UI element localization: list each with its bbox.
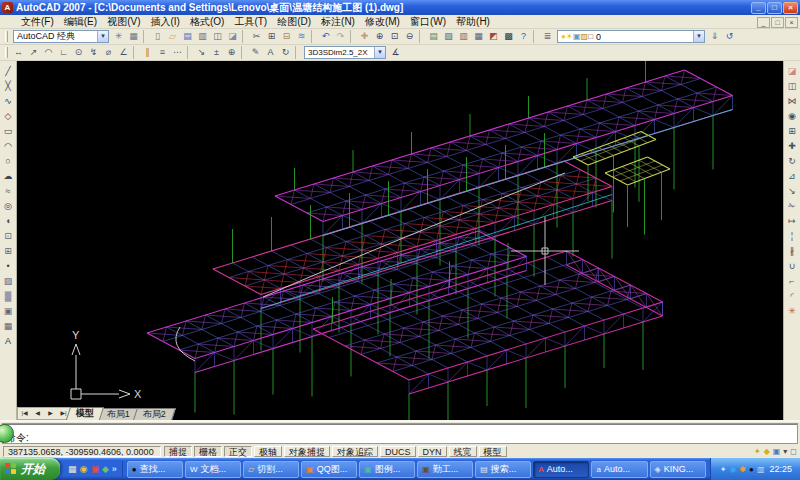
- tray-arrow-icon[interactable]: ▾: [783, 446, 787, 457]
- plot-icon[interactable]: ▥: [195, 30, 210, 44]
- ordinate-icon[interactable]: ∟: [56, 46, 71, 60]
- menu-view[interactable]: 视图(V): [102, 15, 145, 28]
- open-icon[interactable]: ▱: [165, 30, 180, 44]
- model-space-canvas[interactable]: YX |◀◀▶▶| 模型布局1布局2: [17, 61, 783, 420]
- paste-icon[interactable]: ⊟: [279, 30, 294, 44]
- tab-next-button[interactable]: ▶: [44, 408, 57, 419]
- polygon-icon[interactable]: ◇: [1, 109, 16, 124]
- mtext-icon[interactable]: A: [1, 334, 16, 349]
- chevron-down-icon[interactable]: ▼: [693, 31, 704, 42]
- circle-icon[interactable]: ○: [1, 154, 16, 169]
- offset-icon[interactable]: ◉: [785, 109, 800, 124]
- task-kingsoft[interactable]: ◈ KING...: [650, 461, 706, 478]
- polyline-icon[interactable]: ∿: [1, 94, 16, 109]
- scale-icon[interactable]: ⊿: [785, 169, 800, 184]
- chevron-down-icon[interactable]: ▼: [374, 47, 385, 58]
- center-mark-icon[interactable]: ⊕: [224, 46, 239, 60]
- fillet-icon[interactable]: ◜: [785, 289, 800, 304]
- close-button[interactable]: ×: [783, 2, 798, 14]
- tab-layout2[interactable]: 布局2: [133, 408, 176, 420]
- doc-close-button[interactable]: ×: [785, 17, 798, 28]
- extend-icon[interactable]: ↦: [785, 214, 800, 229]
- workspace-combo[interactable]: AutoCAD 经典 ▼: [13, 30, 109, 43]
- move-icon[interactable]: ✚: [785, 139, 800, 154]
- toggle-ducs[interactable]: DUCS: [380, 446, 416, 457]
- task-qingong[interactable]: ▣ 勤工...: [417, 461, 473, 478]
- tab-prev-button[interactable]: ◀: [31, 408, 44, 419]
- radius-icon[interactable]: ⊙: [71, 46, 86, 60]
- dimension-text-edit-icon[interactable]: A: [263, 46, 278, 60]
- rectangle-icon[interactable]: ▭: [1, 124, 16, 139]
- table-icon[interactable]: ▦: [1, 319, 16, 334]
- quick-launch-icon-2[interactable]: ▣: [90, 462, 99, 476]
- copy-icon[interactable]: ⊞: [264, 30, 279, 44]
- menu-dimension[interactable]: 标注(N): [316, 15, 360, 28]
- line-icon[interactable]: ╱: [1, 64, 16, 79]
- menu-window[interactable]: 窗口(W): [405, 15, 451, 28]
- match-properties-icon[interactable]: ≋: [294, 30, 309, 44]
- quick-launch-icon-3[interactable]: ◆: [102, 462, 109, 476]
- layer-previous-icon[interactable]: ↺: [722, 30, 737, 44]
- cut-icon[interactable]: ✂: [249, 30, 264, 44]
- break-point-icon[interactable]: ¦: [785, 229, 800, 244]
- insert-block-icon[interactable]: ⊡: [1, 229, 16, 244]
- quick-chevron-icon[interactable]: »: [112, 462, 117, 476]
- show-desktop-icon[interactable]: ▦: [68, 462, 77, 476]
- tray-rising-icon[interactable]: ✱: [739, 465, 746, 474]
- qnew-icon[interactable]: ▯: [150, 30, 165, 44]
- revcloud-icon[interactable]: ☁: [1, 169, 16, 184]
- pan-icon[interactable]: ✚: [357, 30, 372, 44]
- toggle-lwt[interactable]: 线宽: [449, 446, 477, 457]
- task-qq-image[interactable]: ▣ QQ图...: [301, 461, 357, 478]
- spline-icon[interactable]: ≈: [1, 184, 16, 199]
- menu-tools[interactable]: 工具(T): [229, 15, 272, 28]
- menu-draw[interactable]: 绘图(D): [272, 15, 316, 28]
- continue-icon[interactable]: ⋯: [170, 46, 185, 60]
- tray-input-icon[interactable]: ▥: [757, 465, 765, 474]
- toggle-polar[interactable]: 极轴: [254, 446, 282, 457]
- layer-manager-icon[interactable]: ≣: [540, 30, 555, 44]
- dimension-update-icon[interactable]: ↻: [278, 46, 293, 60]
- workspace-settings-icon[interactable]: ✳: [111, 30, 126, 44]
- toggle-snap[interactable]: 捕捉: [164, 446, 192, 457]
- dimstyle-combo[interactable]: 3D3SDim2.5_2X ▼: [304, 46, 386, 59]
- menu-file[interactable]: 文件(F): [16, 15, 59, 28]
- erase-icon[interactable]: ◪: [785, 64, 800, 79]
- tray-qq-icon[interactable]: ●: [749, 465, 754, 474]
- doc-minimize-button[interactable]: _: [757, 17, 770, 28]
- drawing-viewport[interactable]: YX: [17, 61, 783, 420]
- diameter-icon[interactable]: ⌀: [101, 46, 116, 60]
- gradient-icon[interactable]: ▓: [1, 289, 16, 304]
- join-icon[interactable]: ∪: [785, 259, 800, 274]
- tab-model[interactable]: 模型: [66, 407, 104, 420]
- doc-restore-button[interactable]: □: [771, 17, 784, 28]
- quick-launch-icon-1[interactable]: ◉: [80, 462, 88, 476]
- aligned-dimension-icon[interactable]: ↗: [26, 46, 41, 60]
- arc-length-icon[interactable]: ◠: [41, 46, 56, 60]
- task-qq-find[interactable]: ● 查找...: [127, 461, 183, 478]
- restore-button[interactable]: □: [767, 2, 782, 14]
- start-button[interactable]: 开始: [0, 458, 60, 480]
- quickcalc-icon[interactable]: ▩: [501, 30, 516, 44]
- ellipse-icon[interactable]: ◎: [1, 199, 16, 214]
- workspace-save-icon[interactable]: ▦: [126, 30, 141, 44]
- zoom-window-icon[interactable]: ⊡: [387, 30, 402, 44]
- rotate-icon[interactable]: ↻: [785, 154, 800, 169]
- help-icon[interactable]: ?: [516, 30, 531, 44]
- task-folder-cut[interactable]: ▱ 切割...: [243, 461, 299, 478]
- toolbar-grip[interactable]: [5, 31, 8, 42]
- tray-volume-icon[interactable]: ✦: [720, 465, 727, 474]
- ellipse-arc-icon[interactable]: ◖: [1, 214, 16, 229]
- chevron-down-icon[interactable]: ▼: [97, 31, 108, 42]
- dimension-style-icon[interactable]: ∡: [388, 46, 403, 60]
- properties-icon[interactable]: ▤: [426, 30, 441, 44]
- minimize-button[interactable]: _: [751, 2, 766, 14]
- tab-first-button[interactable]: |◀: [18, 408, 31, 419]
- toggle-ortho[interactable]: 正交: [224, 446, 252, 457]
- trim-icon[interactable]: ✁: [785, 199, 800, 214]
- region-icon[interactable]: ▣: [1, 304, 16, 319]
- task-word-doc[interactable]: W 文档...: [185, 461, 241, 478]
- publish-icon[interactable]: ◪: [225, 30, 240, 44]
- make-object-layer-current-icon[interactable]: ⇓: [707, 30, 722, 44]
- plot-preview-icon[interactable]: ◫: [210, 30, 225, 44]
